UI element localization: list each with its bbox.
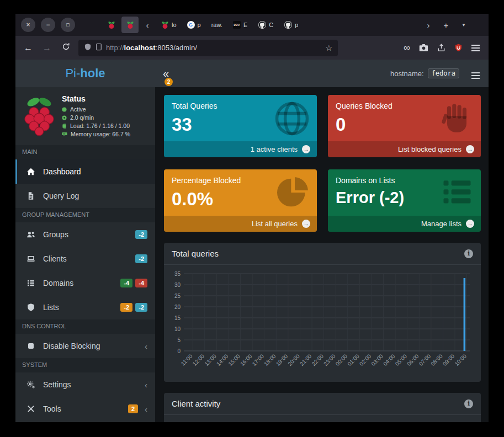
svg-text:21:00: 21:00 — [299, 353, 313, 367]
status-load: Load: 1.76 / 1.16 / 1.00 — [70, 122, 130, 130]
sidebar-item-label: Domains — [43, 279, 73, 287]
home-icon — [25, 167, 36, 176]
card-footer-label: List all queries — [252, 220, 298, 228]
tab-title: p — [198, 22, 201, 28]
svg-text:17:00: 17:00 — [251, 353, 266, 367]
sidebar-item-lists[interactable]: Lists -2 -2 — [15, 295, 155, 319]
svg-text:25: 25 — [174, 293, 181, 299]
warn-count-badge: -2 — [120, 303, 132, 312]
window-minimize-button[interactable]: − — [41, 18, 55, 32]
count-badge: -2 — [135, 254, 147, 263]
sidebar-item-clients[interactable]: Clients -2 — [15, 247, 155, 271]
svg-text:13:00: 13:00 — [203, 353, 217, 367]
sidebar-item-groups[interactable]: Groups -2 — [15, 222, 155, 247]
sidebar-item-query-log[interactable]: Query Log — [15, 184, 155, 208]
reload-button[interactable] — [60, 42, 72, 53]
reload-icon — [62, 42, 70, 51]
count-badge: -2 — [135, 230, 147, 239]
sidebar-collapse-button[interactable]: « 2 — [163, 68, 169, 79]
manage-lists-link[interactable]: Manage lists → — [328, 216, 481, 232]
card-domains-on-lists: Domains on Lists Error (-2) Manage lists… — [328, 169, 481, 232]
tab-github-1[interactable]: C — [253, 17, 278, 33]
tab-title: E — [243, 22, 247, 28]
github-favicon — [258, 21, 266, 29]
hand-stop-icon — [440, 100, 474, 137]
window-close-button[interactable]: × — [21, 18, 35, 32]
active-clients-link[interactable]: 1 active clients → — [164, 141, 317, 157]
list-lines-icon — [440, 175, 474, 211]
svg-text:20: 20 — [174, 304, 181, 310]
pihole-page: Pi-hole « 2 hostname: fedora — [15, 60, 489, 422]
deny-count-badge: -4 — [135, 279, 147, 287]
url-bar[interactable]: http://localhost:8053/admin/ ☆ — [78, 40, 338, 56]
sidebar-item-disable-blocking[interactable]: Disable Blocking ‹ — [15, 334, 155, 358]
info-icon[interactable]: i — [464, 249, 473, 258]
cpu-load-chip-icon — [62, 124, 67, 129]
tracking-protection-shield-icon[interactable] — [84, 43, 92, 53]
tab-title: lo — [172, 22, 177, 28]
svg-text:02:00: 02:00 — [358, 353, 373, 367]
sidebar-item-settings[interactable]: Settings ‹ — [15, 372, 155, 397]
sidebar-item-label: Clients — [43, 254, 67, 263]
svg-text:10: 10 — [174, 326, 181, 332]
sidebar-item-tools[interactable]: Tools 2 ‹ — [15, 397, 155, 421]
bookmark-star-icon[interactable]: ☆ — [325, 44, 332, 52]
back-button[interactable]: ← — [22, 43, 34, 53]
sidebar-item-label: Tools — [43, 404, 61, 413]
tab-title: C — [269, 22, 273, 28]
svg-text:35: 35 — [174, 271, 181, 277]
tab-raw[interactable]: raw. — [207, 17, 227, 33]
card-total-queries: Total Queries 33 1 active clients → — [164, 95, 317, 157]
info-icon[interactable]: i — [464, 399, 473, 408]
blocked-queries-link[interactable]: List blocked queries → — [328, 141, 481, 157]
svg-text:0: 0 — [177, 348, 181, 354]
sidebar-item-label: Groups — [43, 230, 68, 239]
pihole-favicon — [161, 21, 169, 29]
ublock-origin-icon[interactable] — [454, 44, 463, 52]
tab-google[interactable]: G p — [183, 17, 205, 33]
tab-dou[interactable]: DOU E — [229, 17, 252, 33]
new-tab-button[interactable]: + — [439, 17, 453, 33]
screenshot-camera-icon[interactable] — [419, 44, 428, 52]
browser-menu-hamburger-icon[interactable] — [471, 47, 480, 49]
globe-icon — [274, 100, 310, 139]
raspberry-logo — [22, 96, 56, 137]
scroll-tabs-left-button[interactable]: ‹ — [140, 17, 155, 33]
tab-github-2[interactable]: p — [279, 17, 303, 33]
sidebar-item-label: Lists — [43, 303, 59, 312]
toolbar-extensions: ∞ — [404, 42, 480, 54]
document-icon — [25, 191, 36, 200]
all-queries-link[interactable]: List all queries → — [164, 216, 317, 232]
sidebar-item-domains[interactable]: Domains -4 -4 — [15, 271, 155, 295]
arrow-circle-right-icon: → — [466, 220, 474, 228]
status-title: Status — [62, 94, 130, 103]
page-info-icon[interactable] — [96, 43, 102, 52]
url-scheme: http:// — [106, 44, 124, 52]
svg-text:10:00: 10:00 — [454, 353, 468, 367]
share-upload-icon[interactable] — [437, 44, 445, 52]
svg-text:08:00: 08:00 — [429, 353, 444, 367]
scroll-tabs-right-button[interactable]: › — [421, 17, 436, 33]
forward-button[interactable]: → — [41, 43, 53, 53]
svg-text:22:00: 22:00 — [311, 353, 325, 367]
tab-title: raw. — [211, 22, 222, 28]
svg-text:16:00: 16:00 — [239, 353, 253, 367]
tab-pihole-docs[interactable]: lo — [156, 17, 181, 33]
tab-pihole-pinned[interactable] — [103, 17, 120, 33]
github-favicon — [284, 21, 292, 29]
window-maximize-button[interactable]: □ — [61, 18, 75, 32]
firefox-view-infinity-icon[interactable]: ∞ — [404, 42, 410, 54]
client-activity-panel: Client activity i — [164, 393, 481, 422]
list-all-tabs-button[interactable]: ▼ — [457, 17, 471, 33]
pihole-menu-hamburger-icon[interactable] — [471, 70, 480, 78]
pihole-brand[interactable]: Pi-hole — [15, 66, 155, 81]
svg-text:30: 30 — [174, 282, 181, 288]
tab-pihole-admin-active[interactable] — [121, 17, 139, 33]
total-queries-chart: 0510152025303511:0012:0013:0014:0015:001… — [168, 269, 473, 377]
sidebar-item-dashboard[interactable]: Dashboard — [15, 159, 155, 184]
status-active-dot-icon — [62, 107, 67, 112]
svg-text:15: 15 — [174, 315, 181, 321]
section-main: MAIN — [15, 145, 155, 159]
update-count-badge: 2 — [165, 78, 173, 86]
svg-text:11:00: 11:00 — [180, 353, 194, 366]
